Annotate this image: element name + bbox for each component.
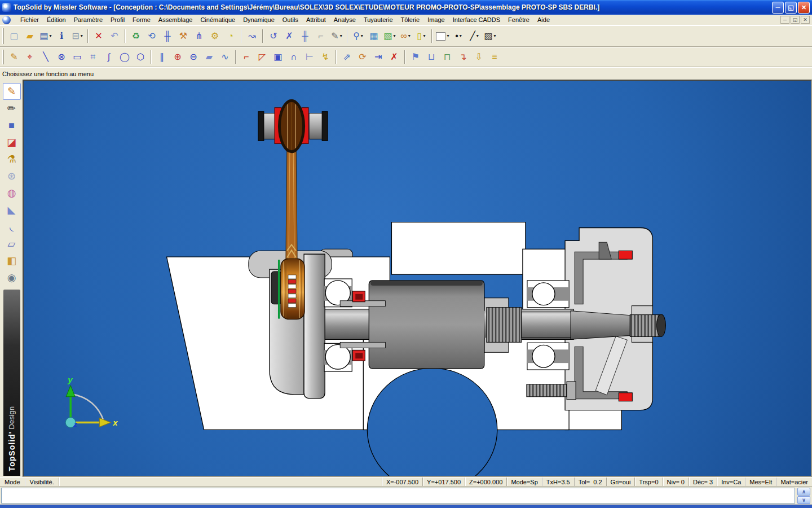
dome-tool[interactable]: ◉ xyxy=(3,269,21,286)
dropdown-arrow-icon[interactable]: ▾ xyxy=(476,34,479,38)
minimize-button[interactable]: ─ xyxy=(772,2,784,14)
toolbar-grip[interactable] xyxy=(2,28,4,43)
dropdown-arrow-icon[interactable]: ▾ xyxy=(361,34,363,38)
assembly-open-button[interactable]: ⊔ xyxy=(424,50,439,65)
close-button[interactable]: ✕ xyxy=(798,2,810,14)
frame-button[interactable]: ⌗ xyxy=(86,50,100,65)
sweep-button[interactable]: ∿ xyxy=(218,50,232,65)
image-export-button[interactable]: ▧▾ xyxy=(382,29,397,44)
scroll-down-button[interactable]: ∨ xyxy=(797,496,810,504)
visualization-button[interactable]: ∞▾ xyxy=(398,29,413,44)
mdi-restore-button[interactable]: ◱ xyxy=(791,16,800,24)
save-button[interactable]: ▤▾ xyxy=(38,29,53,44)
render-view-button[interactable]: ▦ xyxy=(367,29,381,44)
new-document-button[interactable]: ▢ xyxy=(7,29,21,44)
delete-button[interactable]: ✕ xyxy=(91,29,106,44)
cross-button[interactable]: ✗ xyxy=(282,29,297,44)
dropdown-arrow-icon[interactable]: ▾ xyxy=(50,34,52,38)
sheetmetal-tool[interactable]: ◣ xyxy=(3,202,21,218)
sketch-button[interactable]: ✎ xyxy=(7,50,21,65)
component-tool-button[interactable]: ⚙ xyxy=(208,29,222,44)
hatch-style-button[interactable]: ▨▾ xyxy=(483,29,497,44)
menu-attribut[interactable]: Attribut xyxy=(302,15,330,24)
attributes-button[interactable]: ╫ xyxy=(160,29,175,44)
rectangle-button[interactable]: ▭ xyxy=(70,50,85,65)
rotate-button[interactable]: ⟳ xyxy=(355,50,370,65)
curve-edit-button[interactable]: ↯ xyxy=(318,50,333,65)
menu--dition[interactable]: Édition xyxy=(43,15,70,24)
assembly-include-button[interactable]: ⚑ xyxy=(408,50,423,65)
solid-tool[interactable]: ■ xyxy=(3,117,21,134)
polygon-button[interactable]: ⬡ xyxy=(133,50,148,65)
dropdown-arrow-icon[interactable]: ▾ xyxy=(460,34,462,38)
surface-tool[interactable]: ◪ xyxy=(3,134,21,151)
measure-button[interactable]: ⇗ xyxy=(339,50,354,65)
dropdown-arrow-icon[interactable]: ▾ xyxy=(408,34,411,38)
assembly-axis-button[interactable]: ↴ xyxy=(456,50,470,65)
repair-button[interactable]: ⚒ xyxy=(176,29,191,44)
dropdown-arrow-icon[interactable]: ▾ xyxy=(81,34,83,38)
scroll-up-button[interactable]: ∧ xyxy=(797,488,810,496)
menu-cin-matique[interactable]: Cinématique xyxy=(196,15,239,24)
jump-arrows-button[interactable]: ↺ xyxy=(266,29,281,44)
line-style-button[interactable]: ╱▾ xyxy=(467,29,482,44)
model-canvas[interactable]: y x z xyxy=(24,81,811,476)
output-bearing-bottom[interactable] xyxy=(527,343,569,370)
section-cylinder-button[interactable]: ▯▾ xyxy=(414,29,429,44)
menu-image[interactable]: Image xyxy=(423,15,449,24)
ruler-tool[interactable]: ▱ xyxy=(3,235,21,252)
menu-param-tre[interactable]: Paramètre xyxy=(70,15,107,24)
delete-constraint-button[interactable]: ✗ xyxy=(387,50,401,65)
command-input[interactable] xyxy=(2,488,795,503)
menu-forme[interactable]: Forme xyxy=(129,15,155,24)
menu-fen-tre[interactable]: Fenêtre xyxy=(504,15,533,24)
spline-button[interactable]: ∫ xyxy=(102,50,116,65)
menu-outils[interactable]: Outils xyxy=(279,15,302,24)
mdi-minimize-button[interactable]: ─ xyxy=(780,16,789,24)
menu-profil[interactable]: Profil xyxy=(107,15,129,24)
translate-button[interactable]: ⇥ xyxy=(371,50,386,65)
bom-button[interactable]: ⇩ xyxy=(471,50,486,65)
dropdown-arrow-icon[interactable]: ▾ xyxy=(340,34,342,38)
menu-interface-cadds[interactable]: Interface CADDS xyxy=(449,15,504,24)
sketch-tool[interactable]: ✎ xyxy=(3,83,21,100)
bom-list-button[interactable]: ≡ xyxy=(487,50,502,65)
menu-tuyauterie[interactable]: Tuyauterie xyxy=(360,15,397,24)
dropdown-arrow-icon[interactable]: ▾ xyxy=(447,34,449,38)
toolbar-grip[interactable] xyxy=(2,50,4,64)
undo-button[interactable]: ↶ xyxy=(107,29,122,44)
kinematics-tool[interactable]: ⊛ xyxy=(3,168,21,185)
mdi-close-button[interactable]: ✕ xyxy=(801,16,810,24)
slot-button[interactable]: ⊖ xyxy=(186,50,201,65)
output-bearing-top[interactable] xyxy=(527,281,569,308)
color-swatch-button[interactable]: ▾ xyxy=(435,29,450,44)
trash-button[interactable]: ♻ xyxy=(129,29,143,44)
print-button[interactable]: ⊟▾ xyxy=(70,29,85,44)
extend-button[interactable]: ⊢ xyxy=(302,50,317,65)
modify-button[interactable]: ⟲ xyxy=(144,29,159,44)
dropdown-arrow-icon[interactable]: ▾ xyxy=(423,34,425,38)
groove-button[interactable]: ∩ xyxy=(286,50,301,65)
menu-analyse[interactable]: Analyse xyxy=(330,15,360,24)
joint-button[interactable]: ⋔ xyxy=(192,29,206,44)
measure-ring-button[interactable]: ◔ xyxy=(223,29,238,44)
menu-assemblage[interactable]: Assemblage xyxy=(155,15,197,24)
stud-bolt[interactable] xyxy=(527,382,576,400)
chamfer-button[interactable]: ◸ xyxy=(255,50,270,65)
sliders-button[interactable]: ╫ xyxy=(298,29,312,44)
trim-button[interactable]: ▣ xyxy=(271,50,285,65)
open-document-button[interactable]: ▰ xyxy=(23,29,37,44)
render-tool[interactable]: ◍ xyxy=(3,185,21,202)
pen-button[interactable]: ✎▾ xyxy=(329,29,344,44)
corner-fillet-button[interactable]: ⌐ xyxy=(239,50,254,65)
prism-button[interactable]: ▰ xyxy=(202,50,217,65)
assembly-part-button[interactable]: ⊓ xyxy=(440,50,454,65)
zoom-button[interactable]: ⚲▾ xyxy=(351,29,365,44)
circle-button[interactable]: ⊗ xyxy=(54,50,69,65)
dropdown-arrow-icon[interactable]: ▾ xyxy=(494,34,496,38)
multipart-tool[interactable]: ◧ xyxy=(3,252,21,269)
piping-tool[interactable]: ◟ xyxy=(3,218,21,235)
ellipse-button[interactable]: ◯ xyxy=(117,50,132,65)
viewport[interactable]: y x z xyxy=(23,80,812,477)
point-tool-button[interactable]: ⌖ xyxy=(23,50,37,65)
